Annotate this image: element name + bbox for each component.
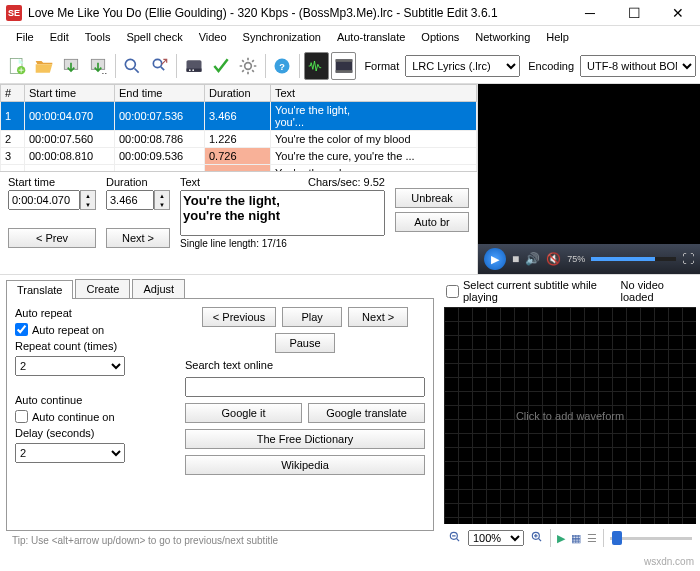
table-row[interactable]: 400:00:09.56000:00:09.7860.226You're the… xyxy=(1,165,477,173)
auto-continue-header: Auto continue xyxy=(15,394,175,406)
svg-point-10 xyxy=(192,69,194,71)
format-select[interactable]: LRC Lyrics (.lrc) xyxy=(405,55,520,77)
menu-video[interactable]: Video xyxy=(191,28,235,46)
playback-play-button[interactable]: Play xyxy=(282,307,342,327)
col-text[interactable]: Text xyxy=(271,85,477,102)
menu-edit[interactable]: Edit xyxy=(42,28,77,46)
video-toggle-icon[interactable] xyxy=(331,52,356,80)
help-icon[interactable]: ? xyxy=(270,52,295,80)
wave-slider[interactable] xyxy=(610,537,692,540)
encoding-label: Encoding xyxy=(528,60,574,72)
wave-list-icon[interactable]: ☰ xyxy=(587,532,597,545)
menu-autotranslate[interactable]: Auto-translate xyxy=(329,28,413,46)
zoom-in-icon[interactable] xyxy=(530,530,544,546)
col-end[interactable]: End time xyxy=(115,85,205,102)
window-title: Love Me Like You Do (Ellie Goulding) - 3… xyxy=(28,6,568,20)
waveform-toggle-icon[interactable] xyxy=(304,52,329,80)
spellcheck-icon[interactable] xyxy=(208,52,233,80)
delay-label: Delay (seconds) xyxy=(15,427,175,439)
tip-text: Tip: Use <alt+arrow up/down> to go to pr… xyxy=(6,531,434,550)
google-button[interactable]: Google it xyxy=(185,403,302,423)
dur-up[interactable]: ▲ xyxy=(155,191,169,200)
duration-label: Duration xyxy=(106,176,170,188)
tab-translate[interactable]: Translate xyxy=(6,280,73,299)
save-icon[interactable] xyxy=(58,52,83,80)
encoding-select[interactable]: UTF-8 without BOM xyxy=(580,55,696,77)
dur-down[interactable]: ▼ xyxy=(155,200,169,209)
tab-adjust[interactable]: Adjust xyxy=(132,279,185,298)
replace-icon[interactable] xyxy=(147,52,172,80)
find-icon[interactable] xyxy=(120,52,145,80)
zoom-out-icon[interactable] xyxy=(448,530,462,546)
svg-text:?: ? xyxy=(280,62,286,72)
minimize-button[interactable]: ─ xyxy=(568,0,612,26)
menu-help[interactable]: Help xyxy=(538,28,577,46)
video-panel[interactable]: ▶ ■ 🔊 🔇 75% ⛶ xyxy=(478,84,700,274)
wave-play-icon[interactable]: ▶ xyxy=(557,532,565,545)
start-down[interactable]: ▼ xyxy=(81,200,95,209)
table-row[interactable]: 100:00:04.07000:00:07.5363.466You're the… xyxy=(1,102,477,131)
menu-sync[interactable]: Synchronization xyxy=(235,28,329,46)
subtitle-table[interactable]: # Start time End time Duration Text 100:… xyxy=(0,84,477,172)
zoom-select[interactable]: 100% xyxy=(468,530,524,546)
google-translate-button[interactable]: Google translate xyxy=(308,403,425,423)
line-length-label: Single line length: 17/16 xyxy=(180,238,385,249)
start-up[interactable]: ▲ xyxy=(81,191,95,200)
select-current-checkbox[interactable] xyxy=(446,285,459,298)
fullscreen-icon[interactable]: ⛶ xyxy=(682,252,694,266)
autobr-button[interactable]: Auto br xyxy=(395,212,469,232)
saveas-icon[interactable]: … xyxy=(86,52,111,80)
play-icon[interactable]: ▶ xyxy=(484,248,506,270)
svg-rect-15 xyxy=(335,59,352,62)
col-num[interactable]: # xyxy=(1,85,25,102)
col-start[interactable]: Start time xyxy=(25,85,115,102)
auto-repeat-header: Auto repeat xyxy=(15,307,175,319)
table-row[interactable]: 300:00:08.81000:00:09.5360.726You're the… xyxy=(1,148,477,165)
menu-tools[interactable]: Tools xyxy=(77,28,119,46)
no-video-label: No video loaded xyxy=(621,279,694,303)
start-time-input[interactable] xyxy=(8,190,80,210)
svg-rect-16 xyxy=(335,70,352,73)
playback-prev-button[interactable]: < Previous xyxy=(202,307,276,327)
mute-icon[interactable]: 🔇 xyxy=(546,252,561,266)
tab-create[interactable]: Create xyxy=(75,279,130,298)
prev-button[interactable]: < Prev xyxy=(8,228,96,248)
visualsync-icon[interactable] xyxy=(181,52,206,80)
subtitle-text-input[interactable] xyxy=(180,190,385,236)
start-time-label: Start time xyxy=(8,176,96,188)
svg-point-11 xyxy=(245,62,252,69)
auto-continue-checkbox[interactable] xyxy=(15,410,28,423)
delay-select[interactable]: 2 xyxy=(15,443,125,463)
seek-bar[interactable] xyxy=(591,257,676,261)
cps-label: Chars/sec: 9.52 xyxy=(308,176,385,188)
repeat-count-select[interactable]: 2 xyxy=(15,356,125,376)
menu-options[interactable]: Options xyxy=(413,28,467,46)
next-button[interactable]: Next > xyxy=(106,228,170,248)
menu-networking[interactable]: Networking xyxy=(467,28,538,46)
new-icon[interactable] xyxy=(4,52,29,80)
menu-file[interactable]: File xyxy=(8,28,42,46)
playback-pause-button[interactable]: Pause xyxy=(275,333,335,353)
wikipedia-button[interactable]: Wikipedia xyxy=(185,455,425,475)
app-icon: SE xyxy=(6,5,22,21)
text-label: Text xyxy=(180,176,200,188)
auto-repeat-checkbox[interactable] xyxy=(15,323,28,336)
close-button[interactable]: ✕ xyxy=(656,0,700,26)
maximize-button[interactable]: ☐ xyxy=(612,0,656,26)
free-dictionary-button[interactable]: The Free Dictionary xyxy=(185,429,425,449)
wave-grid-icon[interactable]: ▦ xyxy=(571,532,581,545)
playback-next-button[interactable]: Next > xyxy=(348,307,408,327)
volume-icon[interactable]: 🔊 xyxy=(525,252,540,266)
table-row[interactable]: 200:00:07.56000:00:08.7861.226You're the… xyxy=(1,131,477,148)
duration-input[interactable] xyxy=(106,190,154,210)
stop-icon[interactable]: ■ xyxy=(512,252,519,266)
menu-spellcheck[interactable]: Spell check xyxy=(118,28,190,46)
waveform-panel[interactable]: Click to add waveform xyxy=(444,307,696,524)
settings-icon[interactable] xyxy=(236,52,261,80)
search-online-input[interactable] xyxy=(185,377,425,397)
unbreak-button[interactable]: Unbreak xyxy=(395,188,469,208)
open-icon[interactable] xyxy=(31,52,56,80)
col-dur[interactable]: Duration xyxy=(205,85,271,102)
menu-bar: File Edit Tools Spell check Video Synchr… xyxy=(0,26,700,48)
search-online-label: Search text online xyxy=(185,359,425,371)
